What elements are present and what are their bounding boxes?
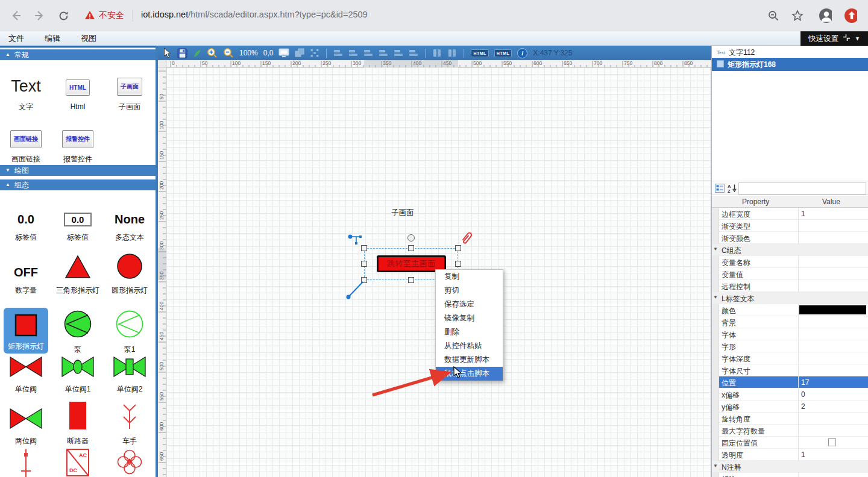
palette-item-Html[interactable]: HTMLHtml [52, 60, 104, 113]
align-middle-icon[interactable] [394, 49, 403, 57]
palette-item-数字量[interactable]: OFF数字量 [0, 243, 52, 296]
run-icon[interactable] [193, 49, 201, 58]
connection-marker-bottom[interactable] [345, 278, 366, 302]
palette-item-单位阀[interactable]: 单位阀 [0, 355, 52, 395]
property-row-变量名称[interactable]: 变量名称 [712, 256, 868, 268]
context-menu-item-保存选定[interactable]: 保存选定 [436, 298, 503, 311]
monitor-icon[interactable] [278, 48, 289, 58]
address-bar[interactable]: iot.idosp.net/html/scada/editor.aspx.htm… [141, 10, 368, 19]
property-row-旋转角度[interactable]: 旋转角度 [712, 413, 868, 425]
section-header-绘图[interactable]: ▼绘图 [0, 165, 156, 176]
context-menu-item-镜像复制[interactable]: 镜像复制 [436, 311, 503, 325]
palette-item-三角形指示灯[interactable]: 三角形指示灯 [52, 243, 104, 296]
same-height-icon[interactable] [447, 49, 457, 57]
zoom-out-page-icon[interactable] [767, 9, 780, 22]
property-row-字体尺寸[interactable]: 字体尺寸 [712, 364, 868, 376]
ungroup-icon[interactable] [310, 48, 319, 58]
property-row-y偏移[interactable]: y偏移2 [712, 401, 868, 413]
palette-item-泵1[interactable]: 泵1 [104, 296, 156, 355]
resize-handle-4[interactable] [361, 261, 367, 267]
property-row-颜色[interactable]: 颜色 [712, 304, 868, 316]
palette-item-圆形指示灯[interactable]: 圆形指示灯 [104, 243, 156, 296]
property-row-字体[interactable]: 字体 [712, 328, 868, 340]
browser-update-icon[interactable] [844, 9, 857, 22]
context-menu-item-从控件粘贴[interactable]: 从控件粘贴 [436, 339, 503, 353]
object-tree-item-文字112[interactable]: Text文字112 [712, 47, 868, 58]
palette-item-标签值[interactable]: 0.0标签值 [52, 190, 104, 243]
property-row-C组态[interactable]: ▼C组态 [712, 244, 868, 256]
section-header-常规[interactable]: ▲常规 [0, 49, 156, 60]
html-preview-badge-button[interactable]: HTML [494, 49, 512, 57]
palette-item-多态文本[interactable]: None多态文本 [104, 190, 156, 243]
property-row-x偏移[interactable]: x偏移0 [712, 388, 868, 401]
group-collapse-icon[interactable]: ▼ [713, 463, 718, 469]
palette-item-报警控件[interactable]: 报警控件报警控件 [52, 113, 104, 165]
group-collapse-icon[interactable]: ▼ [713, 246, 718, 252]
palette-item-标签值[interactable]: 0.0标签值 [0, 190, 52, 243]
align-top-icon[interactable] [379, 49, 388, 57]
property-row-标注[interactable]: 标注 [712, 473, 868, 477]
align-center-icon[interactable] [348, 49, 358, 57]
menu-item-3[interactable]: 视图 [81, 33, 96, 44]
palette-item-两位阀[interactable]: 两位阀 [0, 395, 52, 447]
palette-item-矩形指示灯[interactable]: 矩形指示灯 [0, 296, 52, 355]
subscreen-label[interactable]: 子画面 [391, 208, 414, 218]
menu-item-2[interactable]: 编辑 [45, 33, 60, 44]
quick-settings[interactable]: 快速设置 ▼ [800, 31, 868, 46]
palette-item-PT[interactable]: PT [104, 447, 156, 477]
object-tree-item-矩形指示灯168[interactable]: 矩形指示灯168 [712, 58, 868, 71]
alphabetical-sort-icon[interactable]: AZ [728, 184, 737, 195]
property-row-背景[interactable]: 背景 [712, 316, 868, 328]
property-row-远程控制[interactable]: 远程控制 [712, 280, 868, 292]
align-bottom-icon[interactable] [409, 49, 418, 57]
resize-handle-2[interactable] [408, 245, 414, 251]
categorized-view-icon[interactable] [715, 184, 725, 195]
pointer-icon[interactable] [163, 48, 172, 58]
fixed-position-checkbox[interactable] [828, 438, 836, 446]
property-row-固定位置值[interactable]: 固定位置值 [712, 437, 868, 449]
property-row-位置[interactable]: 位置17 [712, 376, 868, 388]
zoom-out-icon[interactable] [223, 48, 234, 58]
property-row-最大字符数量[interactable]: 最大字符数量 [712, 425, 868, 437]
browser-forward-icon[interactable] [33, 9, 46, 22]
section-header-组态[interactable]: ▲组态 [0, 179, 156, 190]
resize-handle-5[interactable] [455, 261, 461, 267]
design-canvas[interactable]: 子画面 跳转至主画面 复制剪切保存选定镜像复制删除从控件粘贴数据更新脚本鼠标点击… [166, 67, 711, 477]
save-icon[interactable] [177, 48, 187, 58]
profile-avatar[interactable] [819, 9, 832, 22]
palette-item-子画面[interactable]: 子画面子画面 [104, 60, 156, 113]
property-filter-box[interactable] [738, 182, 866, 195]
html-code-badge-button[interactable]: HTML [471, 49, 488, 57]
palette-item-单位阀1[interactable]: 单位阀1 [52, 355, 104, 395]
align-right-icon[interactable] [363, 49, 373, 57]
browser-reload-icon[interactable] [57, 9, 70, 22]
color-swatch[interactable] [799, 305, 866, 314]
palette-item-断路器[interactable]: 断路器 [52, 395, 104, 447]
property-row-变量值[interactable]: 变量值 [712, 268, 868, 280]
property-row-字体深度[interactable]: 字体深度 [712, 352, 868, 364]
rotation-handle[interactable] [407, 234, 415, 242]
property-row-边框宽度[interactable]: 边框宽度1 [712, 208, 868, 220]
palette-item-逆变器[interactable]: ACDC逆变器 [52, 447, 104, 477]
context-menu-item-复制[interactable]: 复制 [436, 270, 503, 284]
browser-back-icon[interactable] [10, 9, 23, 22]
property-row-透明度[interactable]: 透明度1 [712, 449, 868, 461]
context-menu-item-删除[interactable]: 删除 [436, 325, 503, 339]
palette-item-单位阀2[interactable]: 单位阀2 [104, 355, 156, 395]
property-row-N注释[interactable]: ▼N注释 [712, 461, 868, 473]
property-row-L标签文本[interactable]: ▼L标签文本 [712, 292, 868, 304]
resize-handle-7[interactable] [408, 277, 414, 283]
property-row-字形[interactable]: 字形 [712, 340, 868, 352]
palette-item-画面链接[interactable]: 画面链接画面链接 [0, 113, 52, 165]
connection-marker-top[interactable] [347, 232, 365, 249]
palette-item-泵[interactable]: 泵 [52, 296, 104, 355]
palette-item-刀闸[interactable]: 刀闸 [0, 447, 52, 477]
zoom-in-icon[interactable] [207, 48, 218, 58]
property-row-渐变颜色[interactable]: 渐变颜色 [712, 232, 868, 244]
context-menu-item-数据更新脚本[interactable]: 数据更新脚本 [436, 353, 503, 367]
property-row-渐变类型[interactable]: 渐变类型 [712, 220, 868, 232]
palette-item-车手[interactable]: 车手 [104, 395, 156, 447]
menu-item-1[interactable]: 文件 [8, 33, 24, 44]
group-icon[interactable] [295, 48, 304, 58]
group-collapse-icon[interactable]: ▼ [713, 295, 718, 300]
